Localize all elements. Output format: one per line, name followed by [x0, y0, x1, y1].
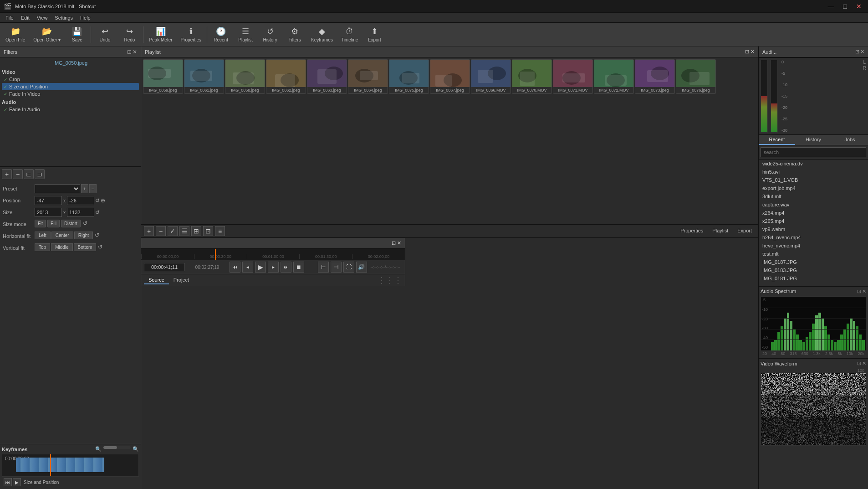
playlist-item-9[interactable]: IMG_0070.MOV — [512, 59, 552, 94]
filter-add-btn[interactable]: + — [2, 169, 12, 179]
playlist-menu-btn[interactable]: ≡ — [215, 226, 225, 236]
close-btn[interactable]: ✕ — [853, 3, 864, 10]
preset-select[interactable] — [35, 184, 80, 193]
filter-paste-btn[interactable]: ⊐ — [35, 169, 45, 179]
waveform-close[interactable]: ✕ — [862, 360, 866, 366]
recent-item-12[interactable]: IMG_0187.JPG — [759, 258, 868, 266]
recent-item-8[interactable]: vp9.webm — [759, 225, 868, 233]
transport-next-frame[interactable]: ▸ — [268, 262, 279, 273]
recent-item-14[interactable]: IMG_0181.JPG — [759, 274, 868, 283]
history-button[interactable]: ↺ History — [258, 24, 282, 46]
preview-timeline-ruler[interactable]: 00:00:00;00 00:00:30;00 00:01:00;00 00:0… — [141, 249, 405, 260]
filters-close-btn[interactable]: ✕ — [133, 49, 137, 55]
preview-close-btn[interactable]: ✕ — [397, 240, 401, 246]
playlist-item-5[interactable]: IMG_0064.jpeg — [348, 59, 388, 94]
preview-current-time[interactable]: 00:00:41;11 — [144, 263, 185, 271]
kf-zoom-in[interactable]: 🔍 — [133, 446, 139, 452]
rp-close-btn[interactable]: ✕ — [860, 49, 864, 55]
size-mode-reset-btn[interactable]: ↺ — [83, 220, 87, 226]
filter-fadein-audio[interactable]: ✓ Fade In Audio — [2, 106, 139, 113]
open-file-button[interactable]: 📁 Open File — [2, 24, 29, 46]
waveform-undock[interactable]: ⊡ — [857, 360, 861, 366]
halign-right-btn[interactable]: Right — [74, 232, 93, 239]
transport-skip-start[interactable]: ⏮ — [230, 262, 240, 273]
playlist-undock-btn[interactable]: ⊡ — [745, 49, 749, 54]
size-distort-btn[interactable]: Distort — [61, 220, 81, 227]
filter-crop[interactable]: ✓ Crop — [2, 76, 139, 83]
right-search-input[interactable] — [761, 147, 866, 157]
recent-item-0[interactable]: wide25-cinema.dv — [759, 160, 868, 168]
open-other-button[interactable]: 📂 Open Other ▾ — [30, 24, 64, 46]
recent-item-4[interactable]: 3dlut.mlt — [759, 192, 868, 201]
playlist-item-10[interactable]: IMG_0071.MOV — [553, 59, 593, 94]
keyframes-button[interactable]: ◆ Keyframes — [307, 24, 337, 46]
right-tab-jobs[interactable]: Jobs — [832, 135, 868, 145]
position-reset-btn[interactable]: ↺ — [95, 197, 100, 204]
menu-settings[interactable]: Settings — [51, 14, 77, 21]
playlist-close-btn[interactable]: ✕ — [751, 49, 755, 54]
source-tab[interactable]: Source — [144, 276, 169, 284]
position-link-btn[interactable]: ⊕ — [101, 197, 105, 204]
playlist-button[interactable]: ☰ Playlist — [234, 24, 257, 46]
playlist-detail-btn[interactable]: ⊡ — [203, 226, 213, 236]
redo-button[interactable]: ↪ Redo — [117, 24, 141, 46]
size-reset-btn[interactable]: ↺ — [95, 209, 100, 216]
kf-prev-btn[interactable]: ⏮ — [4, 478, 12, 486]
playlist-tab-export[interactable]: Export — [734, 227, 756, 235]
recent-item-7[interactable]: x265.mp4 — [759, 217, 868, 225]
position-x-input[interactable] — [35, 196, 62, 205]
halign-reset-btn[interactable]: ↺ — [95, 232, 99, 238]
preset-save-btn[interactable]: + — [81, 184, 88, 193]
playlist-item-12[interactable]: IMG_0073.jpeg — [635, 59, 675, 94]
menu-view[interactable]: View — [33, 14, 51, 21]
minimize-btn[interactable]: — — [825, 3, 837, 10]
playlist-grid-btn[interactable]: ⊞ — [191, 226, 201, 236]
transport-fullscreen[interactable]: ⛶ — [343, 262, 354, 273]
properties-button[interactable]: ℹ Properties — [177, 24, 205, 46]
filters-undock-btn[interactable]: ⊡ — [127, 49, 132, 55]
playlist-tab-playlist[interactable]: Playlist — [709, 227, 732, 235]
recent-item-9[interactable]: h264_nvenc.mp4 — [759, 233, 868, 242]
save-button[interactable]: 💾 Save — [65, 24, 89, 46]
transport-play[interactable]: ▶ — [255, 262, 266, 273]
recent-item-13[interactable]: IMG_0183.JPG — [759, 266, 868, 274]
preview-undock-btn[interactable]: ⊡ — [392, 240, 396, 246]
project-tab[interactable]: Project — [169, 276, 194, 284]
transport-out[interactable]: ⊣ — [331, 262, 342, 273]
playlist-add-btn[interactable]: + — [144, 226, 154, 236]
menu-help[interactable]: Help — [77, 14, 94, 21]
valign-top-btn[interactable]: Top — [35, 243, 50, 251]
kf-zoom-slider[interactable] — [103, 446, 131, 449]
recent-button[interactable]: 🕐 Recent — [209, 24, 233, 46]
timeline-button[interactable]: ⏱ Timeline — [337, 24, 362, 46]
playlist-item-0[interactable]: IMG_0059.jpeg — [143, 59, 183, 94]
right-tab-history[interactable]: History — [795, 135, 832, 145]
recent-item-6[interactable]: x264.mp4 — [759, 209, 868, 217]
transport-volume[interactable]: 🔊 — [356, 262, 367, 273]
playlist-tab-properties[interactable]: Properties — [677, 227, 707, 235]
playlist-item-3[interactable]: IMG_0062.jpeg — [266, 59, 306, 94]
playlist-item-13[interactable]: IMG_0076.jpeg — [676, 59, 716, 94]
halign-center-btn[interactable]: Center — [51, 232, 73, 239]
export-button[interactable]: ⬆ Export — [363, 24, 386, 46]
kf-clip[interactable] — [16, 458, 104, 472]
position-y-input[interactable] — [67, 196, 94, 205]
playlist-remove-btn[interactable]: − — [156, 226, 166, 236]
preview-expand-btn[interactable]: ⋮⋮⋮ — [378, 275, 402, 285]
filter-fadein-video[interactable]: ✓ Fade In Video — [2, 90, 139, 98]
size-h-input[interactable] — [67, 208, 94, 217]
halign-left-btn[interactable]: Left — [35, 232, 51, 239]
filter-size-pos[interactable]: ✓ Size and Position — [2, 83, 139, 90]
playlist-item-11[interactable]: IMG_0072.MOV — [594, 59, 634, 94]
undo-button[interactable]: ↩ Undo — [93, 24, 117, 46]
transport-stop[interactable]: ⏹ — [293, 262, 304, 273]
recent-item-11[interactable]: test.mlt — [759, 250, 868, 258]
preset-delete-btn[interactable]: − — [89, 184, 97, 193]
playlist-item-1[interactable]: IMG_0061.jpeg — [184, 59, 224, 94]
menu-edit[interactable]: Edit — [17, 14, 33, 21]
recent-item-1[interactable]: hin5.avi — [759, 168, 868, 176]
playlist-item-6[interactable]: IMG_0075.jpeg — [389, 59, 429, 94]
playlist-check-btn[interactable]: ✓ — [168, 226, 178, 236]
peak-meter-button[interactable]: 📊 Peak Meter — [145, 24, 176, 46]
playlist-item-7[interactable]: IMG_0067.jpeg — [430, 59, 470, 94]
